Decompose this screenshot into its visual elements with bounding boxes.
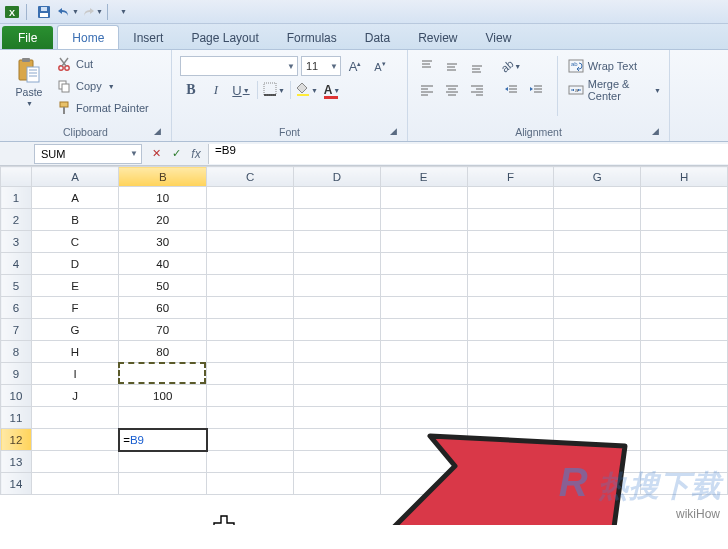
cell-H13[interactable] <box>641 451 728 473</box>
cell-A3[interactable]: C <box>31 231 118 253</box>
cell-D12[interactable] <box>294 429 381 451</box>
cell-C13[interactable] <box>207 451 294 473</box>
save-button[interactable] <box>33 2 55 22</box>
cell-D10[interactable] <box>294 385 381 407</box>
cell-H8[interactable] <box>641 341 728 363</box>
font-launcher[interactable]: ◢ <box>387 125 399 137</box>
cell-H6[interactable] <box>641 297 728 319</box>
align-middle-button[interactable] <box>441 56 463 76</box>
cell-C6[interactable] <box>207 297 294 319</box>
cell-A10[interactable]: J <box>31 385 118 407</box>
row-header-8[interactable]: 8 <box>1 341 32 363</box>
paste-button[interactable]: Paste ▼ <box>8 54 50 107</box>
cell-B9[interactable] <box>119 363 207 385</box>
cell-F10[interactable] <box>467 385 554 407</box>
cell-E13[interactable] <box>380 451 467 473</box>
cell-D2[interactable] <box>294 209 381 231</box>
cell-D6[interactable] <box>294 297 381 319</box>
cut-button[interactable]: Cut <box>56 54 149 74</box>
name-box[interactable]: SUM ▼ <box>34 144 142 164</box>
cell-G8[interactable] <box>554 341 641 363</box>
decrease-indent-button[interactable] <box>500 80 522 100</box>
col-header-C[interactable]: C <box>207 167 294 187</box>
cell-E2[interactable] <box>380 209 467 231</box>
cell-A13[interactable] <box>31 451 118 473</box>
cell-A9[interactable]: I <box>31 363 118 385</box>
row-header-11[interactable]: 11 <box>1 407 32 429</box>
cell-G13[interactable] <box>554 451 641 473</box>
cell-E9[interactable] <box>380 363 467 385</box>
row-header-2[interactable]: 2 <box>1 209 32 231</box>
cell-B12[interactable]: =B9 <box>119 429 207 451</box>
cell-C3[interactable] <box>207 231 294 253</box>
cell-F4[interactable] <box>467 253 554 275</box>
fill-color-button[interactable]: ▼ <box>296 80 318 100</box>
cell-B5[interactable]: 50 <box>119 275 207 297</box>
cell-G5[interactable] <box>554 275 641 297</box>
redo-button[interactable]: ▼ <box>81 2 103 22</box>
increase-indent-button[interactable] <box>525 80 547 100</box>
cell-C1[interactable] <box>207 187 294 209</box>
cell-F11[interactable] <box>467 407 554 429</box>
cancel-button[interactable]: ✕ <box>146 145 166 163</box>
row-header-5[interactable]: 5 <box>1 275 32 297</box>
tab-view[interactable]: View <box>472 26 526 49</box>
row-header-1[interactable]: 1 <box>1 187 32 209</box>
cell-D7[interactable] <box>294 319 381 341</box>
cell-D13[interactable] <box>294 451 381 473</box>
cell-G2[interactable] <box>554 209 641 231</box>
cell-G14[interactable] <box>554 473 641 495</box>
qat-customize-button[interactable]: ▼ <box>112 2 134 22</box>
col-header-A[interactable]: A <box>31 167 118 187</box>
cell-B13[interactable] <box>119 451 207 473</box>
font-color-button[interactable]: A▼ <box>321 80 343 100</box>
cell-H5[interactable] <box>641 275 728 297</box>
cell-E8[interactable] <box>380 341 467 363</box>
cell-G1[interactable] <box>554 187 641 209</box>
cell-B4[interactable]: 40 <box>119 253 207 275</box>
cell-F13[interactable] <box>467 451 554 473</box>
cell-F1[interactable] <box>467 187 554 209</box>
cell-E14[interactable] <box>380 473 467 495</box>
cell-H3[interactable] <box>641 231 728 253</box>
cell-H11[interactable] <box>641 407 728 429</box>
col-header-H[interactable]: H <box>641 167 728 187</box>
cell-E11[interactable] <box>380 407 467 429</box>
cell-E12[interactable] <box>380 429 467 451</box>
tab-page-layout[interactable]: Page Layout <box>177 26 272 49</box>
borders-button[interactable]: ▼ <box>263 80 285 100</box>
align-right-button[interactable] <box>466 80 488 100</box>
cell-C9[interactable] <box>207 363 294 385</box>
cell-F6[interactable] <box>467 297 554 319</box>
col-header-E[interactable]: E <box>380 167 467 187</box>
cell-H1[interactable] <box>641 187 728 209</box>
cell-A1[interactable]: A <box>31 187 118 209</box>
cell-C10[interactable] <box>207 385 294 407</box>
cell-C12[interactable] <box>207 429 294 451</box>
cell-H9[interactable] <box>641 363 728 385</box>
cell-D1[interactable] <box>294 187 381 209</box>
italic-button[interactable]: I <box>205 80 227 100</box>
col-header-B[interactable]: B <box>119 167 207 187</box>
cell-B2[interactable]: 20 <box>119 209 207 231</box>
cell-A11[interactable] <box>31 407 118 429</box>
cell-B11[interactable] <box>119 407 207 429</box>
cell-A4[interactable]: D <box>31 253 118 275</box>
cell-B14[interactable] <box>119 473 207 495</box>
underline-button[interactable]: U▼ <box>230 80 252 100</box>
row-header-13[interactable]: 13 <box>1 451 32 473</box>
cell-A8[interactable]: H <box>31 341 118 363</box>
col-header-D[interactable]: D <box>294 167 381 187</box>
align-top-button[interactable] <box>416 56 438 76</box>
tab-home[interactable]: Home <box>57 25 119 49</box>
wrap-text-button[interactable]: ab Wrap Text <box>568 56 661 76</box>
cell-C5[interactable] <box>207 275 294 297</box>
alignment-launcher[interactable]: ◢ <box>649 125 661 137</box>
cell-G10[interactable] <box>554 385 641 407</box>
cell-G11[interactable] <box>554 407 641 429</box>
cell-E6[interactable] <box>380 297 467 319</box>
cell-H14[interactable] <box>641 473 728 495</box>
cell-C4[interactable] <box>207 253 294 275</box>
cell-F7[interactable] <box>467 319 554 341</box>
font-size-combo[interactable]: 11▼ <box>301 56 341 76</box>
